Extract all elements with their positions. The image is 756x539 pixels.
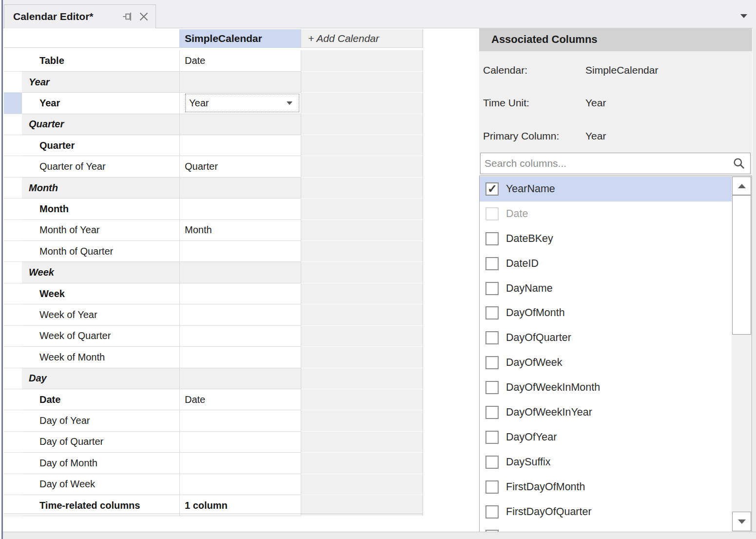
- value-cell[interactable]: [179, 432, 301, 453]
- row-header-cell[interactable]: [4, 347, 22, 368]
- column-list-item[interactable]: DayOfYear: [480, 425, 732, 450]
- value-cell[interactable]: Month: [179, 220, 301, 241]
- add-calendar-button[interactable]: + Add Calendar: [301, 29, 423, 48]
- checkbox[interactable]: [485, 232, 499, 245]
- add-calendar-cell[interactable]: [301, 72, 423, 93]
- value-cell[interactable]: [179, 474, 301, 495]
- checkbox[interactable]: [485, 381, 499, 394]
- row-header-cell[interactable]: [4, 241, 22, 262]
- row-header-cell[interactable]: [4, 135, 22, 156]
- column-list-item[interactable]: DaySuffix: [480, 450, 732, 475]
- column-list-item[interactable]: DayOfMonth: [480, 300, 732, 325]
- column-list-item[interactable]: DayOfWeek: [480, 350, 732, 375]
- scrollbar[interactable]: [732, 177, 752, 533]
- row-header-cell[interactable]: [4, 72, 22, 93]
- scroll-down-button[interactable]: [732, 512, 751, 531]
- add-calendar-cell[interactable]: [301, 432, 423, 453]
- search-input[interactable]: [481, 158, 733, 169]
- checkbox[interactable]: [485, 356, 499, 369]
- add-calendar-cell[interactable]: [301, 156, 423, 177]
- column-list-item[interactable]: DateID: [480, 251, 732, 276]
- row-header-cell[interactable]: [4, 432, 22, 453]
- value-cell[interactable]: Year: [179, 93, 301, 114]
- checkbox[interactable]: [485, 480, 499, 494]
- add-calendar-cell[interactable]: [301, 283, 423, 304]
- add-calendar-cell[interactable]: [301, 368, 423, 389]
- scrollbar-thumb[interactable]: [732, 195, 751, 335]
- value-cell[interactable]: 1 column: [179, 495, 301, 516]
- add-calendar-cell[interactable]: [301, 474, 423, 495]
- add-calendar-cell[interactable]: [301, 93, 423, 114]
- value-cell[interactable]: [179, 304, 301, 325]
- row-header-cell[interactable]: [4, 199, 22, 220]
- row-header-cell[interactable]: [4, 389, 22, 410]
- scroll-up-button[interactable]: [732, 177, 751, 195]
- column-list-item[interactable]: FirstDayOfMonth: [480, 475, 732, 499]
- window-dropdown-caret-icon[interactable]: [740, 14, 747, 18]
- row-header-cell[interactable]: [4, 262, 22, 283]
- add-calendar-cell[interactable]: [301, 135, 423, 156]
- close-icon[interactable]: [138, 11, 150, 22]
- checkbox[interactable]: [485, 456, 499, 469]
- row-header-cell[interactable]: [4, 283, 22, 304]
- row-header-cell[interactable]: [4, 410, 22, 431]
- add-calendar-cell[interactable]: [301, 241, 423, 262]
- tab-calendar-editor[interactable]: Calendar Editor*: [4, 4, 156, 28]
- column-list-item[interactable]: Date: [480, 201, 732, 226]
- add-calendar-cell[interactable]: [301, 262, 423, 283]
- year-dropdown[interactable]: Year: [185, 94, 299, 112]
- dropdown-arrow-icon[interactable]: [287, 101, 292, 105]
- row-header-cell[interactable]: [4, 114, 22, 135]
- column-list-item[interactable]: DateBKey: [480, 226, 732, 251]
- value-cell[interactable]: [179, 283, 301, 304]
- checkbox[interactable]: [485, 431, 499, 444]
- value-cell[interactable]: [179, 135, 301, 156]
- checkbox[interactable]: [485, 282, 499, 295]
- value-cell[interactable]: [179, 326, 301, 347]
- row-header-cell[interactable]: [4, 178, 22, 199]
- value-cell[interactable]: [179, 453, 301, 474]
- search-icon[interactable]: [733, 157, 745, 170]
- column-list-item[interactable]: FirstDayOfQuarter: [480, 499, 732, 524]
- checkbox[interactable]: [485, 306, 499, 319]
- value-cell[interactable]: [179, 347, 301, 368]
- add-calendar-cell[interactable]: [301, 410, 423, 431]
- value-cell[interactable]: Date: [179, 389, 301, 410]
- checkbox[interactable]: [485, 505, 499, 519]
- add-calendar-cell[interactable]: [301, 453, 423, 474]
- pin-icon[interactable]: [122, 11, 134, 22]
- add-calendar-cell[interactable]: [301, 178, 423, 199]
- value-cell[interactable]: Date: [179, 50, 301, 71]
- row-header-cell[interactable]: [4, 453, 22, 474]
- add-calendar-cell[interactable]: [301, 389, 423, 410]
- row-header-cell[interactable]: [4, 326, 22, 347]
- column-list-item[interactable]: DayOfWeekInYear: [480, 400, 732, 425]
- checkbox[interactable]: [485, 331, 499, 344]
- value-cell[interactable]: [179, 410, 301, 431]
- calendar-column-header[interactable]: SimpleCalendar: [179, 29, 301, 48]
- value-cell[interactable]: [179, 241, 301, 262]
- add-calendar-cell[interactable]: [301, 220, 423, 241]
- row-header-cell[interactable]: [4, 368, 22, 389]
- column-list-item[interactable]: DayOfWeekInMonth: [480, 375, 732, 400]
- add-calendar-cell[interactable]: [301, 495, 423, 516]
- row-header-cell[interactable]: [4, 50, 22, 71]
- add-calendar-cell[interactable]: [301, 326, 423, 347]
- row-header-cell[interactable]: [4, 220, 22, 241]
- column-list-item[interactable]: DayOfQuarter: [480, 325, 732, 350]
- row-header-cell[interactable]: [4, 93, 22, 114]
- column-list-item[interactable]: YearName: [480, 177, 732, 201]
- checkbox[interactable]: [485, 257, 499, 270]
- checkbox[interactable]: [485, 406, 499, 419]
- add-calendar-cell[interactable]: [301, 114, 423, 135]
- row-header-cell[interactable]: [4, 304, 22, 325]
- add-calendar-cell[interactable]: [301, 347, 423, 368]
- row-header-cell[interactable]: [4, 495, 22, 516]
- checkbox[interactable]: [485, 182, 499, 196]
- add-calendar-cell[interactable]: [301, 199, 423, 220]
- row-header-cell[interactable]: [4, 474, 22, 495]
- column-list-item[interactable]: DayName: [480, 276, 732, 301]
- value-cell[interactable]: [179, 199, 301, 220]
- row-header-cell[interactable]: [4, 156, 22, 177]
- add-calendar-cell[interactable]: [301, 50, 423, 71]
